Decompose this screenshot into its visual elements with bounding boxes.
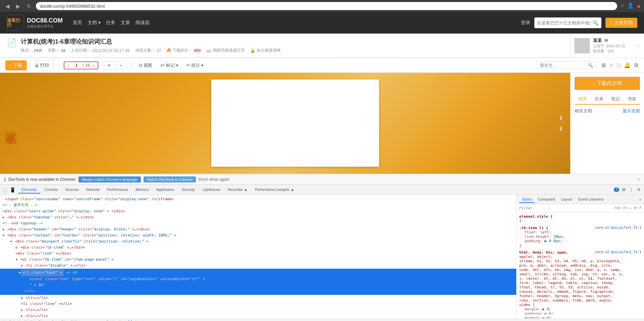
inspect-icon[interactable]: ⬚	[3, 187, 7, 193]
tab-memory[interactable]: Memory	[132, 186, 152, 194]
tab-security[interactable]: Security	[178, 186, 198, 194]
collapse-icon[interactable]: ▼	[3, 234, 4, 237]
more-icon[interactable]: ●	[637, 2, 641, 10]
html-line-after1[interactable]: ▶ <li>…</li>	[0, 295, 516, 301]
show-all-link[interactable]: 显示全部	[623, 108, 640, 114]
zoom-in-button[interactable]: ＋	[104, 61, 114, 70]
mark-button[interactable]: 🏷 标记 ▾	[158, 61, 181, 70]
html-line-1[interactable]: <input class="sourcename" name="sourceFr…	[0, 196, 516, 202]
more-icon[interactable]: ⋮	[629, 186, 634, 193]
nav-task[interactable]: 任务	[106, 20, 115, 26]
html-line-3[interactable]: <div class="users-guide" style="display:…	[0, 208, 516, 214]
tab-application[interactable]: Application	[153, 186, 178, 194]
forward-button[interactable]: ▶	[14, 2, 22, 10]
refresh-icon[interactable]: ↺	[638, 206, 641, 211]
collapse-icon[interactable]: ▶	[3, 216, 4, 219]
nav-home[interactable]: 首页	[73, 20, 82, 26]
profile-icon[interactable]: 👤	[627, 2, 634, 10]
dont-show-link[interactable]: Don't show again	[199, 177, 229, 182]
toggle-sidebar-icon[interactable]: ⊞	[634, 206, 637, 211]
download-doc-button[interactable]: ↓ 下载此文档	[575, 77, 640, 90]
upload-button[interactable]: ↑ 上传文档	[605, 18, 637, 28]
comment-button[interactable]: ✏ 批注 ▾	[184, 61, 206, 70]
right-tabs-more[interactable]: »	[639, 197, 641, 202]
notify-close-button[interactable]: ×	[637, 177, 640, 182]
next-page-button[interactable]: ›	[91, 63, 96, 68]
right-tab-styles[interactable]: Styles	[519, 196, 535, 203]
nav-reader[interactable]: 阅读器	[136, 20, 150, 26]
match-language-button[interactable]: Always match Chrome's language	[78, 176, 141, 182]
html-line-6[interactable]: ▶ <div class="header" id="header" style=…	[0, 226, 516, 232]
nav-article[interactable]: 文章	[121, 20, 130, 26]
html-line-12[interactable]: ▶ <li class="disable" >…</li>	[0, 263, 516, 269]
tab-elements[interactable]: Elements	[18, 186, 40, 194]
tab-performance[interactable]: Performance	[104, 186, 131, 194]
tab-network[interactable]: Network	[83, 186, 103, 194]
right-tab-layout[interactable]: Layout	[558, 196, 575, 203]
back-button[interactable]: ◀	[3, 2, 11, 10]
collapse-icon[interactable]: ▶	[21, 296, 23, 300]
tab-performance-insights[interactable]: Performance insights ▲	[252, 186, 298, 194]
switch-to-chinese-button[interactable]: Switch DevTools to Chinese	[144, 176, 196, 182]
tab-console[interactable]: Console	[41, 186, 61, 194]
share-icon[interactable]: □	[617, 62, 621, 68]
collapse-icon[interactable]: ▶	[16, 246, 17, 249]
tab-lighthouse[interactable]: Lighthouse	[199, 186, 224, 194]
collapse-icon[interactable]: ▶	[21, 314, 23, 318]
side-tab-related[interactable]: 相关	[575, 94, 591, 105]
collapse-icon[interactable]: ▶	[21, 308, 23, 312]
doc-open-btn[interactable]: 📖 用稻壳阅读器打开	[206, 48, 245, 53]
bell-icon[interactable]: 🔔	[624, 62, 631, 68]
login-button[interactable]: 登录	[521, 20, 530, 26]
page-input[interactable]	[72, 63, 81, 68]
reload-button[interactable]: ↻	[25, 2, 33, 10]
right-tab-computed[interactable]: Computed	[535, 196, 558, 203]
html-line-11[interactable]: ▼ <ul class="tb-item" id="item-page-pane…	[0, 257, 516, 263]
html-line-5[interactable]: <!--end topshop-->	[0, 220, 516, 226]
tab-sources[interactable]: Sources	[62, 186, 82, 194]
address-bar[interactable]: doc88.com/p-549550988532.html	[36, 2, 617, 10]
right-tab-event-listeners[interactable]: Event Listeners	[576, 196, 606, 203]
view-button[interactable]: ⊟ 视图	[136, 61, 155, 70]
zoom-out-button[interactable]: －	[116, 61, 126, 70]
settings-icon[interactable]: ⚙	[634, 62, 639, 68]
layout-icon[interactable]: ⊞	[601, 62, 606, 68]
html-line-7[interactable]: ▼ <div class="toolbar" id="toolbar" styl…	[0, 232, 516, 238]
doc-add-btn[interactable]: 🔒 加入阅读清单	[250, 48, 281, 53]
scroll-up-icon[interactable]: ⬆	[558, 114, 564, 122]
prev-page-button[interactable]: ‹	[66, 63, 71, 68]
print-button[interactable]: 🖨 打印	[30, 60, 54, 71]
html-line-9[interactable]: ▶ <div class="tb-item" >…</div>	[0, 245, 516, 251]
bookmark-icon[interactable]: ☆	[609, 62, 614, 68]
hov-button[interactable]: :hov	[614, 206, 621, 211]
collapse-icon[interactable]: ▶	[3, 228, 4, 231]
fulltext-search-input[interactable]	[540, 63, 587, 68]
settings-icon[interactable]: ⚙	[621, 186, 627, 193]
collapse-icon[interactable]: ▼	[16, 258, 17, 261]
add-rule-icon[interactable]: ＋	[629, 206, 633, 211]
download-button[interactable]: ↓ 下载	[5, 60, 27, 70]
side-tab-notes[interactable]: 笔记	[607, 94, 624, 104]
side-tab-toc[interactable]: 目录	[591, 94, 607, 104]
scroll-down-icon[interactable]: ⬇	[558, 125, 564, 132]
html-line-after3[interactable]: ▶ <li>…</li>	[0, 307, 516, 313]
collapse-icon[interactable]: ▼	[10, 240, 12, 243]
tab-recorder[interactable]: Recorder ▲	[224, 186, 251, 194]
device-icon[interactable]: 📱	[10, 187, 15, 193]
collapse-icon[interactable]: ▶	[21, 264, 23, 267]
nav-docs[interactable]: 文档 ▾	[88, 20, 101, 26]
more-btn[interactable]: ···	[636, 43, 640, 49]
bookmark-icon[interactable]: ☆	[620, 2, 625, 10]
html-line-after4[interactable]: ▶ <li>…</li>	[0, 313, 516, 319]
styles-filter-input[interactable]	[519, 206, 612, 210]
cls-button[interactable]: .cls	[622, 206, 628, 211]
html-line-after2[interactable]: <li class="line" ></li>	[0, 301, 516, 307]
html-line-10[interactable]: <div class="line" ></div>	[0, 251, 516, 257]
close-icon[interactable]: ✕	[636, 186, 641, 193]
site-search-input[interactable]	[537, 20, 591, 25]
side-tab-bookmarks[interactable]: 书签	[624, 94, 640, 104]
html-line-8[interactable]: ▼ <div class="mainpart clearfix" style="…	[0, 238, 516, 245]
html-line-4[interactable]: ▶ <div class="topshop" style="…" >…</div…	[0, 214, 516, 220]
html-line-13[interactable]: ▼ <li class="text" > == $0 <input class=…	[0, 269, 516, 295]
html-line-2[interactable]: <!-- 新手引导 -->	[0, 202, 516, 208]
